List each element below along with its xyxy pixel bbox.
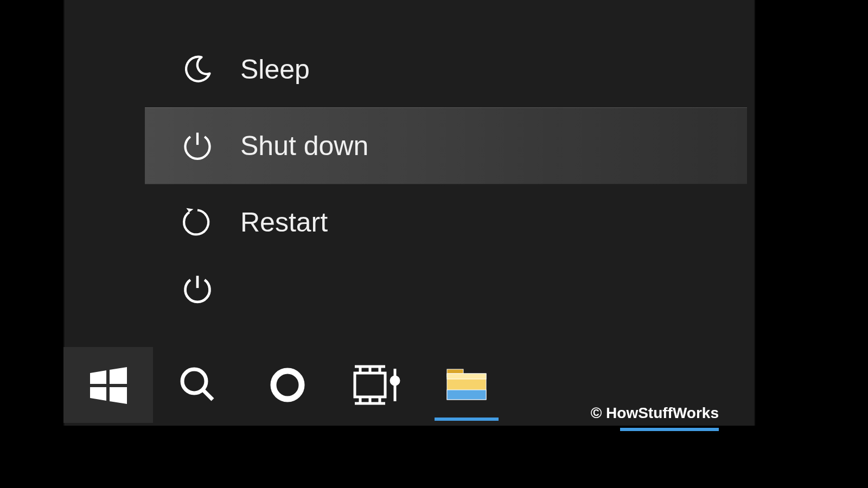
taskbar-active-indicator <box>435 418 499 421</box>
moon-icon <box>178 50 216 88</box>
taskbar-cortana-button[interactable] <box>242 347 332 423</box>
svg-marker-3 <box>110 387 127 404</box>
svg-point-4 <box>182 369 206 393</box>
menu-item-shutdown[interactable]: Shut down <box>145 107 747 184</box>
svg-marker-1 <box>110 367 127 384</box>
taskbar-start-button[interactable] <box>63 347 153 423</box>
menu-item-label: Shut down <box>240 130 368 162</box>
power-button[interactable] <box>178 270 216 308</box>
menu-item-label: Restart <box>240 207 328 238</box>
svg-point-17 <box>391 377 399 384</box>
file-explorer-icon <box>445 368 488 402</box>
menu-item-restart[interactable]: Restart <box>145 184 747 260</box>
power-icon <box>181 273 214 305</box>
menu-item-label: Sleep <box>240 54 310 85</box>
desktop-stage: Sleep Shut down Restart <box>0 0 868 488</box>
taskbar-file-explorer-button[interactable] <box>422 347 511 423</box>
taskbar-search-button[interactable] <box>153 347 242 423</box>
restart-icon <box>178 203 216 241</box>
svg-point-6 <box>273 371 302 399</box>
svg-rect-7 <box>355 373 385 397</box>
search-icon <box>177 364 219 406</box>
svg-rect-21 <box>447 374 486 379</box>
taskbar-task-view-button[interactable] <box>332 347 422 423</box>
menu-item-sleep[interactable]: Sleep <box>145 31 747 107</box>
cortana-icon <box>268 365 307 404</box>
power-menu: Sleep Shut down Restart <box>145 31 747 260</box>
windows-icon <box>87 363 130 407</box>
power-icon <box>178 127 216 165</box>
svg-line-5 <box>203 390 213 400</box>
svg-marker-0 <box>90 370 106 384</box>
credit-underline <box>620 428 719 431</box>
task-view-icon <box>353 364 401 406</box>
svg-rect-20 <box>447 390 486 400</box>
credit-text: © HowStuffWorks <box>591 404 719 422</box>
svg-marker-2 <box>90 387 106 401</box>
taskbar <box>63 347 511 423</box>
